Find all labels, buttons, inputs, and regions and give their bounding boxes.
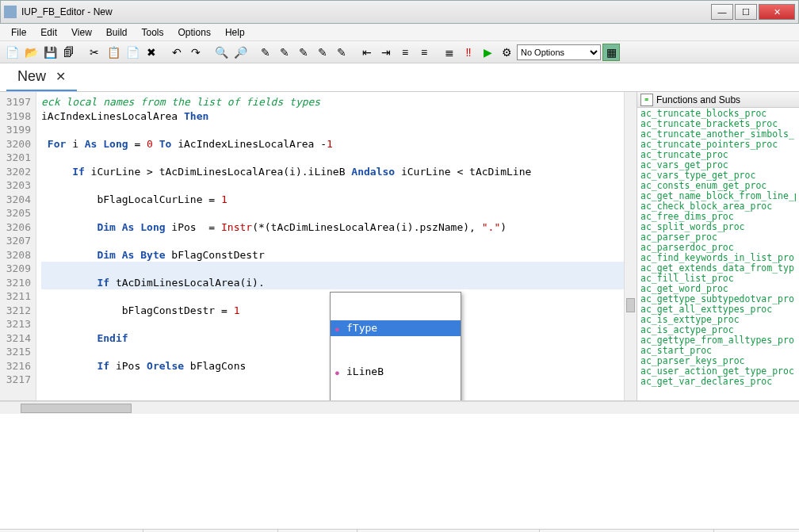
side-panel: ≡ Functions and Subs ac_truncate_blocks_…: [637, 92, 799, 400]
menubar: File Edit View Build Tools Options Help: [0, 24, 799, 41]
save-all-icon[interactable]: 🗐: [60, 44, 78, 61]
tab-new[interactable]: New ✕: [6, 63, 77, 91]
autocomplete-popup: fType iLineB iLineBFW iLineE pszName psz…: [330, 292, 461, 400]
indent-left-icon[interactable]: ⇤: [358, 44, 376, 61]
function-item[interactable]: ac_truncate_brackets_proc: [640, 119, 796, 129]
function-item[interactable]: ac_get_name_block_from_line_p: [640, 191, 796, 201]
delete-icon[interactable]: ✖: [143, 44, 160, 61]
build-icon[interactable]: ⚙: [498, 44, 515, 61]
function-item[interactable]: ac_free_dims_proc: [640, 212, 796, 222]
tool-icon-3[interactable]: ✎: [295, 44, 312, 61]
save-icon[interactable]: 💾: [41, 44, 59, 61]
paste-icon[interactable]: 📄: [124, 44, 141, 61]
function-item[interactable]: ac_find_keywords_in_list_pro: [640, 253, 796, 263]
build-options-select[interactable]: No Options: [517, 44, 601, 60]
function-item[interactable]: ac_truncate_pointers_proc: [640, 140, 796, 150]
function-item[interactable]: ac_vars_get_proc: [640, 160, 796, 170]
undo-icon[interactable]: ↶: [168, 44, 185, 61]
indent-right-icon[interactable]: ⇥: [377, 44, 395, 61]
output-panel: [0, 414, 799, 530]
close-button[interactable]: ✕: [759, 4, 795, 20]
app-icon: [4, 6, 17, 18]
menu-edit[interactable]: Edit: [34, 25, 63, 40]
vertical-scrollbar[interactable]: [624, 92, 637, 400]
function-item[interactable]: ac_parserdoc_proc: [640, 243, 796, 253]
menu-view[interactable]: View: [65, 25, 98, 40]
new-file-icon[interactable]: 📄: [3, 44, 21, 61]
autocomplete-item[interactable]: fType: [331, 320, 461, 336]
side-panel-title: Functions and Subs: [656, 94, 740, 105]
open-file-icon[interactable]: 📂: [22, 44, 40, 61]
function-item[interactable]: ac_fill_list_proc: [640, 274, 796, 284]
horizontal-scrollbar[interactable]: [0, 401, 799, 414]
function-item[interactable]: ac_split_words_proc: [640, 222, 796, 232]
function-item[interactable]: ac_gettype_subtypedotvar_pro: [640, 294, 796, 304]
maximize-button[interactable]: ☐: [735, 4, 757, 20]
window-controls: — ☐ ✕: [711, 4, 795, 20]
main-area: 3197319831993200320132023203320432053206…: [0, 92, 799, 401]
function-item[interactable]: ac_check_block_area_proc: [640, 201, 796, 212]
list-icon[interactable]: ≣: [441, 44, 458, 61]
menu-help[interactable]: Help: [219, 25, 251, 40]
tool-icon-2[interactable]: ✎: [276, 44, 293, 61]
error-icon[interactable]: ‼: [460, 44, 477, 61]
function-item[interactable]: ac_get_extends_data_from_typ: [640, 263, 796, 274]
minimize-button[interactable]: —: [711, 4, 733, 20]
function-item[interactable]: ac_truncate_blocks_proc: [640, 109, 796, 119]
run-icon[interactable]: ▶: [479, 44, 496, 61]
function-item[interactable]: ac_user_action_get_type_proc: [640, 366, 796, 377]
function-item[interactable]: ac_vars_type_get_proc: [640, 170, 796, 181]
side-panel-header: ≡ Functions and Subs: [637, 92, 799, 108]
function-item[interactable]: ac_get_word_proc: [640, 284, 796, 294]
tab-label: New: [17, 68, 46, 85]
functions-list[interactable]: ac_truncate_blocks_procac_truncate_brack…: [637, 108, 799, 400]
menu-build[interactable]: Build: [100, 25, 134, 40]
menu-tools[interactable]: Tools: [136, 25, 170, 40]
last-toolbar-icon[interactable]: ▦: [602, 44, 620, 61]
tool-icon-4[interactable]: ✎: [314, 44, 331, 61]
copy-icon[interactable]: 📋: [105, 44, 122, 61]
tool-icon-1[interactable]: ✎: [257, 44, 274, 61]
functions-icon: ≡: [640, 94, 653, 106]
tool-icon-5[interactable]: ✎: [333, 44, 350, 61]
function-item[interactable]: ac_parser_proc: [640, 232, 796, 243]
titlebar: IUP_FB_Editor - New — ☐ ✕: [0, 0, 799, 24]
window-title: IUP_FB_Editor - New: [21, 6, 711, 17]
redo-icon[interactable]: ↷: [187, 44, 205, 61]
tab-close-icon[interactable]: ✕: [55, 69, 66, 84]
function-item[interactable]: ac_start_proc: [640, 346, 796, 356]
menu-file[interactable]: File: [5, 25, 32, 40]
find-icon[interactable]: 🔍: [212, 44, 230, 61]
function-item[interactable]: ac_truncate_proc: [640, 150, 796, 160]
editor: 3197319831993200320132023203320432053206…: [0, 92, 637, 400]
function-item[interactable]: ac_gettype_from_alltypes_pro: [640, 335, 796, 346]
function-item[interactable]: ac_is_exttype_proc: [640, 315, 796, 325]
toolbar: 📄 📂 💾 🗐 ✂ 📋 📄 ✖ ↶ ↷ 🔍 🔎 ✎ ✎ ✎ ✎ ✎ ⇤ ⇥ ≡ …: [0, 41, 799, 63]
function-item[interactable]: ac_get_var_declares_proc: [640, 377, 796, 387]
autocomplete-item[interactable]: iLineB: [331, 364, 461, 380]
function-item[interactable]: ac_consts_enum_get_proc: [640, 181, 796, 191]
tab-row: New ✕: [0, 63, 799, 92]
function-item[interactable]: ac_is_actype_proc: [640, 325, 796, 335]
function-item[interactable]: ac_get_all_exttypes_proc: [640, 304, 796, 315]
code-area[interactable]: eck local names from the list of fields …: [36, 92, 637, 400]
format-icon-1[interactable]: ≡: [396, 44, 414, 61]
cut-icon[interactable]: ✂: [86, 44, 103, 61]
function-item[interactable]: ac_parser_keys_proc: [640, 356, 796, 366]
find-next-icon[interactable]: 🔎: [231, 44, 249, 61]
function-item[interactable]: ac_truncate_another_simbols_: [640, 129, 796, 140]
line-gutter: 3197319831993200320132023203320432053206…: [0, 92, 36, 400]
format-icon-2[interactable]: ≡: [415, 44, 433, 61]
menu-options[interactable]: Options: [172, 25, 217, 40]
